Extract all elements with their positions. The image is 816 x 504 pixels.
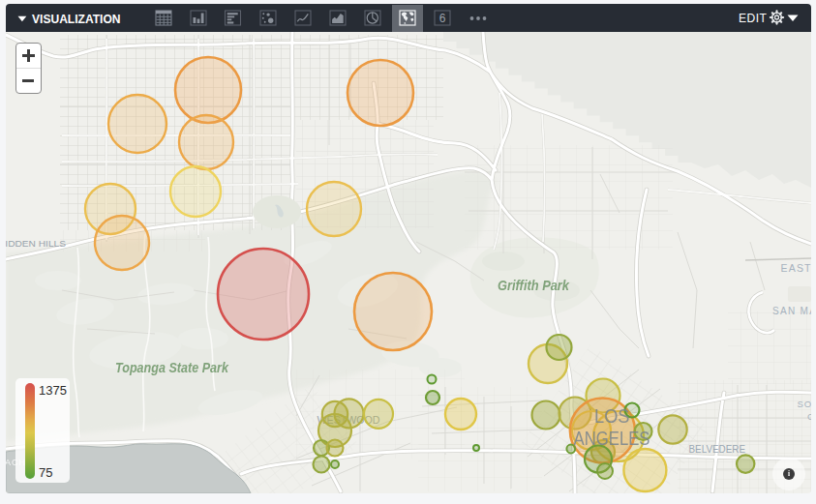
svg-text:EAST L: EAST L	[781, 262, 812, 274]
svg-text:ANGELES: ANGELES	[574, 428, 650, 449]
svg-text:EDIT: EDIT	[739, 12, 768, 25]
svg-text:HIDDEN HILLS: HIDDEN HILLS	[6, 239, 66, 249]
svg-text:Topanga State Park: Topanga State Park	[115, 360, 229, 375]
svg-text:BELVEDERE: BELVEDERE	[689, 443, 746, 455]
svg-text:VISUALIZATION: VISUALIZATION	[32, 13, 121, 26]
svg-text:SO: SO	[798, 399, 812, 409]
svg-text:LOS: LOS	[594, 405, 630, 427]
svg-text:6: 6	[439, 12, 446, 25]
svg-text:Griffith Park: Griffith Park	[498, 278, 570, 293]
svg-text:G: G	[807, 411, 811, 422]
svg-text:SAN MA: SAN MA	[772, 306, 811, 316]
